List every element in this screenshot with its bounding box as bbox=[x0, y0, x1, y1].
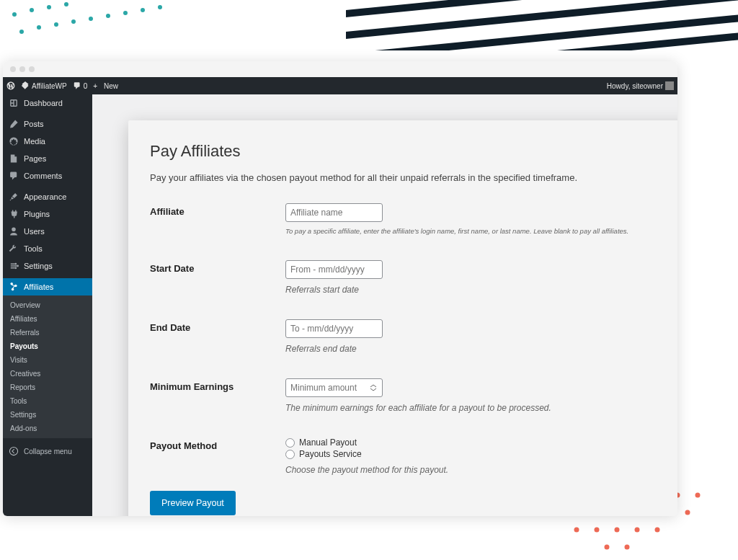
minimum-label: Minimum Earnings bbox=[150, 378, 285, 413]
menu-users-label: Users bbox=[24, 227, 45, 236]
svg-point-40 bbox=[625, 545, 630, 550]
submenu-referrals[interactable]: Referrals bbox=[3, 326, 92, 339]
menu-comments[interactable]: Comments bbox=[3, 167, 92, 185]
radio-icon bbox=[285, 450, 295, 459]
submenu-addons[interactable]: Add-ons bbox=[3, 422, 92, 435]
menu-media-label: Media bbox=[24, 137, 45, 146]
method-manual-label: Manual Payout bbox=[299, 437, 357, 448]
svg-point-34 bbox=[574, 528, 579, 533]
comments-link[interactable]: 0 bbox=[73, 81, 88, 90]
minimum-input[interactable] bbox=[285, 378, 383, 397]
method-label: Payout Method bbox=[150, 437, 285, 475]
menu-pages[interactable]: Pages bbox=[3, 150, 92, 167]
submenu-affiliates: Overview Affiliates Referrals Payouts Vi… bbox=[3, 295, 92, 438]
svg-point-38 bbox=[655, 528, 660, 533]
menu-pages-label: Pages bbox=[24, 154, 46, 163]
site-name: AffiliateWP bbox=[32, 82, 67, 90]
account-link[interactable]: Howdy, siteowner bbox=[607, 81, 674, 90]
wp-logo-icon[interactable] bbox=[6, 81, 15, 90]
plus-icon: + bbox=[93, 82, 97, 90]
wp-admin-toolbar: AffiliateWP 0 + New Howdy, siteowner bbox=[3, 77, 677, 94]
svg-point-4 bbox=[19, 30, 24, 34]
menu-dashboard[interactable]: Dashboard bbox=[3, 94, 92, 112]
traffic-light-close[interactable] bbox=[10, 66, 16, 72]
svg-point-44 bbox=[9, 447, 17, 455]
affiliate-help: To pay a specific affiliate, enter the a… bbox=[285, 226, 677, 236]
method-service-radio[interactable]: Payouts Service bbox=[285, 449, 677, 459]
preview-payout-button[interactable]: Preview Payout bbox=[150, 491, 236, 515]
new-label: New bbox=[104, 82, 118, 90]
menu-posts-label: Posts bbox=[24, 120, 44, 128]
page-title: Pay Affiliates bbox=[150, 142, 677, 161]
submenu-visits[interactable]: Visits bbox=[3, 353, 92, 367]
submenu-payouts[interactable]: Payouts bbox=[3, 339, 92, 353]
menu-settings[interactable]: Settings bbox=[3, 257, 92, 275]
menu-tools[interactable]: Tools bbox=[3, 240, 92, 257]
end-date-input[interactable] bbox=[285, 319, 383, 338]
svg-point-33 bbox=[685, 510, 690, 515]
howdy-text: Howdy, siteowner bbox=[607, 82, 663, 90]
decoration-dots-top bbox=[7, 0, 187, 43]
menu-appearance[interactable]: Appearance bbox=[3, 188, 92, 205]
svg-point-10 bbox=[123, 11, 128, 15]
menu-affiliates[interactable]: Affiliates bbox=[3, 278, 92, 295]
menu-comments-label: Comments bbox=[24, 172, 62, 180]
svg-point-12 bbox=[158, 5, 162, 9]
start-date-input[interactable] bbox=[285, 260, 383, 279]
site-link[interactable]: AffiliateWP bbox=[21, 81, 67, 90]
svg-point-8 bbox=[89, 17, 93, 21]
menu-users[interactable]: Users bbox=[3, 223, 92, 240]
svg-point-0 bbox=[12, 12, 17, 17]
collapse-menu[interactable]: Collapse menu bbox=[3, 442, 92, 461]
affiliate-input[interactable] bbox=[285, 203, 383, 222]
collapse-label: Collapse menu bbox=[24, 448, 72, 455]
browser-window: AffiliateWP 0 + New Howdy, siteowner Das… bbox=[3, 61, 677, 516]
menu-dashboard-label: Dashboard bbox=[24, 99, 63, 107]
menu-media[interactable]: Media bbox=[3, 133, 92, 150]
svg-point-43 bbox=[12, 288, 14, 291]
menu-affiliates-label: Affiliates bbox=[24, 283, 53, 291]
traffic-light-minimize[interactable] bbox=[19, 66, 25, 72]
start-date-help: Referrals start date bbox=[285, 285, 677, 295]
svg-point-3 bbox=[64, 2, 68, 6]
submenu-reports[interactable]: Reports bbox=[3, 381, 92, 394]
browser-chrome bbox=[3, 61, 677, 77]
svg-point-39 bbox=[605, 545, 610, 550]
end-date-label: End Date bbox=[150, 319, 285, 354]
traffic-light-zoom[interactable] bbox=[29, 66, 35, 72]
menu-plugins[interactable]: Plugins bbox=[3, 205, 92, 223]
new-link[interactable]: + New bbox=[93, 82, 118, 90]
svg-point-2 bbox=[47, 5, 51, 9]
svg-point-35 bbox=[595, 528, 600, 533]
svg-point-9 bbox=[106, 14, 110, 18]
minimum-help: The minimum earnings for each affiliate … bbox=[285, 403, 677, 413]
svg-point-7 bbox=[71, 19, 76, 24]
submenu-overview[interactable]: Overview bbox=[3, 298, 92, 312]
affiliate-label: Affiliate bbox=[150, 203, 285, 236]
comments-count: 0 bbox=[84, 82, 88, 90]
submenu-tools[interactable]: Tools bbox=[3, 394, 92, 408]
menu-appearance-label: Appearance bbox=[24, 192, 66, 201]
svg-point-6 bbox=[54, 22, 58, 27]
avatar bbox=[665, 81, 674, 90]
svg-point-37 bbox=[635, 528, 640, 533]
end-date-help: Referrals end date bbox=[285, 344, 677, 354]
method-manual-radio[interactable]: Manual Payout bbox=[285, 437, 677, 448]
svg-point-36 bbox=[615, 528, 620, 533]
pay-affiliates-panel: Pay Affiliates Pay your affiliates via t… bbox=[128, 120, 677, 516]
menu-settings-label: Settings bbox=[24, 262, 53, 270]
svg-point-25 bbox=[695, 493, 701, 498]
submenu-affiliates[interactable]: Affiliates bbox=[3, 312, 92, 326]
submenu-creatives[interactable]: Creatives bbox=[3, 367, 92, 381]
decoration-lines-top bbox=[346, 0, 738, 50]
menu-posts[interactable]: Posts bbox=[3, 115, 92, 133]
menu-tools-label: Tools bbox=[24, 244, 43, 253]
menu-plugins-label: Plugins bbox=[24, 210, 50, 218]
submenu-settings[interactable]: Settings bbox=[3, 408, 92, 422]
svg-point-5 bbox=[37, 25, 41, 30]
page-description: Pay your affiliates via the chosen payou… bbox=[150, 172, 677, 183]
start-date-label: Start Date bbox=[150, 260, 285, 295]
content-area: Pay Affiliates Pay your affiliates via t… bbox=[92, 94, 677, 516]
svg-point-41 bbox=[10, 283, 13, 285]
admin-sidebar: Dashboard Posts Media Pages Comments App… bbox=[3, 94, 92, 516]
